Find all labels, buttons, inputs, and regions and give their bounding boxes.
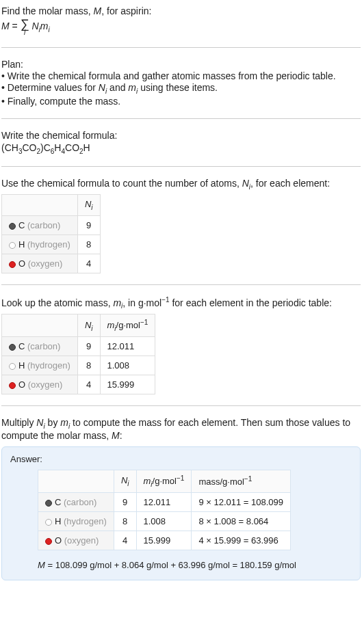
ahnsub: i	[127, 480, 129, 487]
mul-N: N	[36, 417, 43, 428]
count-value: 9	[77, 215, 100, 234]
counts-table: Ni C (carbon) 9 H (hydrogen) 8 O (oxygen…	[1, 194, 101, 273]
intro-line1: Find the molar mass, M, for aspirin:	[1, 5, 361, 16]
eq-M: M	[1, 21, 10, 31]
element-name: (hydrogen)	[25, 360, 70, 371]
mhn: N	[85, 320, 91, 330]
masses-table: Ni mi/g·mol−1 C (carbon) 9 12.011 H (hyd…	[1, 314, 155, 394]
header-N: Ni	[114, 470, 136, 493]
plan-bullet-3: • Finally, compute the mass.	[1, 96, 361, 107]
mi-b: , in g·mol	[122, 297, 161, 308]
count-value: 8	[77, 356, 100, 375]
header-m: mi/g·mol−1	[100, 314, 155, 337]
element-cell: H (hydrogen)	[2, 356, 78, 375]
element-symbol: C	[18, 341, 25, 351]
table-row: O (oxygen) 4 15.999 4 × 15.999 = 63.996	[38, 531, 291, 550]
mass-calc: 9 × 12.011 = 108.099	[192, 493, 291, 512]
element-dot-icon	[9, 344, 16, 351]
header-empty	[2, 314, 78, 337]
chemformula-title: Write the chemical formula:	[1, 130, 361, 141]
mi-m: m	[113, 297, 121, 308]
element-symbol: C	[18, 220, 25, 230]
final-M: M	[38, 560, 45, 570]
intro-m: M	[94, 5, 102, 16]
divider	[1, 118, 361, 119]
ahunitsup: −1	[177, 474, 184, 482]
element-symbol: O	[55, 535, 62, 546]
intro-text-after: , for aspirin:	[101, 5, 151, 16]
plan-b2-m: m	[128, 82, 136, 93]
mass-value: 12.011	[100, 337, 155, 356]
mass-value: 1.008	[136, 512, 192, 531]
hnsub: i	[91, 204, 92, 211]
mi-sup: −1	[161, 296, 169, 304]
counts-section: Use the chemical formula to count the nu…	[1, 175, 361, 276]
mhunit: /g·mol	[116, 321, 140, 331]
table-row: C (carbon) 9 12.011 9 × 12.011 = 108.099	[38, 493, 291, 512]
element-cell: C (carbon)	[2, 215, 78, 234]
header-N: Ni	[77, 195, 100, 216]
element-dot-icon	[9, 242, 16, 249]
element-cell: H (hydrogen)	[2, 234, 78, 254]
eq-N: N	[31, 21, 38, 31]
cf10: H	[83, 142, 90, 153]
count-value: 8	[77, 234, 100, 254]
mass-calc: 8 × 1.008 = 8.064	[192, 512, 291, 531]
element-cell: O (oxygen)	[2, 375, 78, 394]
element-dot-icon	[45, 519, 52, 526]
mul-M: M	[112, 430, 120, 441]
element-symbol: H	[18, 360, 25, 371]
header-m: mi/g·mol−1	[136, 470, 192, 493]
count-value: 9	[77, 337, 100, 356]
header-N: Ni	[77, 314, 100, 337]
cf6: H	[54, 142, 61, 153]
cf2: CO	[22, 142, 36, 153]
eq-m: m	[40, 21, 49, 31]
ahm: m	[144, 476, 151, 486]
mass-value: 12.011	[136, 493, 192, 512]
answer-table: Ni mi/g·mol−1 mass/g·mol−1 C (carbon) 9 …	[38, 470, 291, 550]
table-row: C (carbon) 9	[2, 215, 101, 234]
element-dot-icon	[9, 382, 16, 389]
counts-intro: Use the chemical formula to count the nu…	[1, 178, 361, 191]
answer-label: Answer:	[10, 454, 352, 464]
count-value: 4	[77, 254, 100, 273]
table-header-row: Ni	[2, 195, 101, 216]
mul-d: :	[120, 430, 122, 441]
plan-section: Plan: • Write the chemical formula and g…	[1, 56, 361, 110]
multiply-section: Multiply Ni by mi to compute the mass fo…	[1, 414, 361, 444]
element-name: (oxygen)	[25, 379, 62, 390]
eq-m-sub: i	[48, 26, 49, 33]
chemical-formula: (CH3CO2)C6H4CO2H	[1, 141, 361, 155]
element-dot-icon	[9, 223, 16, 230]
eq-equals: =	[10, 21, 21, 31]
table-row: H (hydrogen) 8	[2, 234, 101, 254]
table-header-row: Ni mi/g·mol−1 mass/g·mol−1	[38, 470, 291, 493]
final-eq-text: = 108.099 g/mol + 8.064 g/mol + 63.996 g…	[45, 560, 296, 570]
divider	[1, 405, 361, 406]
element-cell: C (carbon)	[38, 493, 114, 512]
element-symbol: H	[55, 516, 61, 526]
element-name: (hydrogen)	[25, 239, 70, 250]
divider	[1, 284, 361, 285]
hn: N	[85, 199, 91, 209]
intro-text: Find the molar mass,	[1, 5, 94, 16]
element-name: (oxygen)	[25, 258, 62, 269]
element-dot-icon	[45, 500, 52, 507]
count-value: 4	[114, 531, 136, 550]
mhnsub: i	[91, 324, 92, 332]
cf0: (CH	[1, 142, 18, 153]
element-dot-icon	[45, 538, 52, 545]
mhunitsup: −1	[140, 319, 148, 326]
element-name: (hydrogen)	[61, 516, 106, 526]
ahunit: /g·mol	[153, 476, 177, 486]
mul-b: by	[45, 417, 61, 428]
plan-b2-mid: and	[107, 82, 128, 93]
plan-b2-N: N	[99, 82, 105, 93]
counts-intro-a: Use the chemical formula to count the nu…	[1, 178, 242, 189]
plan-bullet-2: • Determine values for Ni and mi using t…	[1, 82, 361, 95]
count-value: 4	[77, 375, 100, 394]
element-cell: H (hydrogen)	[38, 512, 114, 531]
table-row: H (hydrogen) 8 1.008 8 × 1.008 = 8.064	[38, 512, 291, 531]
masses-section: Look up the atomic mass, mi, in g·mol−1 …	[1, 293, 361, 397]
